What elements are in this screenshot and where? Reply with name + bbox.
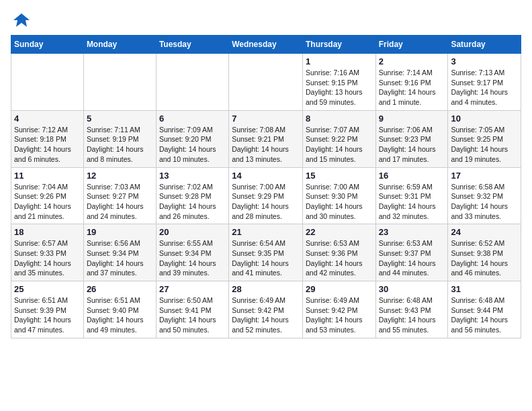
calendar-cell: 11Sunrise: 7:04 AM Sunset: 9:26 PM Dayli… xyxy=(11,167,84,224)
day-info: Sunrise: 6:57 AM Sunset: 9:33 PM Dayligh… xyxy=(14,238,81,278)
day-info: Sunrise: 6:53 AM Sunset: 9:37 PM Dayligh… xyxy=(379,238,445,278)
calendar-cell: 4Sunrise: 7:12 AM Sunset: 9:18 PM Daylig… xyxy=(11,110,84,167)
calendar-cell: 3Sunrise: 7:13 AM Sunset: 9:17 PM Daylig… xyxy=(448,54,521,111)
day-number: 16 xyxy=(379,171,445,181)
day-info: Sunrise: 6:56 AM Sunset: 9:34 PM Dayligh… xyxy=(87,238,153,278)
column-header-tuesday: Tuesday xyxy=(156,36,228,54)
calendar-cell: 1Sunrise: 7:16 AM Sunset: 9:15 PM Daylig… xyxy=(302,54,375,111)
column-header-wednesday: Wednesday xyxy=(229,36,303,54)
calendar-cell: 21Sunrise: 6:54 AM Sunset: 9:35 PM Dayli… xyxy=(229,224,303,281)
day-info: Sunrise: 6:49 AM Sunset: 9:42 PM Dayligh… xyxy=(232,295,300,335)
day-number: 28 xyxy=(232,284,300,294)
calendar-cell: 18Sunrise: 6:57 AM Sunset: 9:33 PM Dayli… xyxy=(11,224,84,281)
day-number: 5 xyxy=(87,113,153,124)
calendar-cell: 2Sunrise: 7:14 AM Sunset: 9:16 PM Daylig… xyxy=(375,54,448,111)
calendar-cell: 17Sunrise: 6:58 AM Sunset: 9:32 PM Dayli… xyxy=(448,167,521,224)
logo-bird-icon xyxy=(12,11,31,30)
week-row-3: 11Sunrise: 7:04 AM Sunset: 9:26 PM Dayli… xyxy=(11,167,521,224)
day-info: Sunrise: 7:08 AM Sunset: 9:21 PM Dayligh… xyxy=(232,125,300,165)
day-info: Sunrise: 7:03 AM Sunset: 9:27 PM Dayligh… xyxy=(87,182,153,222)
day-info: Sunrise: 6:55 AM Sunset: 9:34 PM Dayligh… xyxy=(159,238,226,278)
svg-marker-0 xyxy=(13,13,30,27)
calendar-cell: 9Sunrise: 7:06 AM Sunset: 9:23 PM Daylig… xyxy=(375,110,448,167)
day-info: Sunrise: 6:48 AM Sunset: 9:44 PM Dayligh… xyxy=(451,295,518,335)
day-number: 22 xyxy=(306,227,373,237)
day-number: 18 xyxy=(14,227,81,237)
week-row-2: 4Sunrise: 7:12 AM Sunset: 9:18 PM Daylig… xyxy=(11,110,521,167)
column-header-monday: Monday xyxy=(83,36,156,54)
day-number: 21 xyxy=(232,227,300,237)
calendar-cell: 30Sunrise: 6:48 AM Sunset: 9:43 PM Dayli… xyxy=(375,281,448,338)
calendar-cell: 7Sunrise: 7:08 AM Sunset: 9:21 PM Daylig… xyxy=(229,110,303,167)
day-info: Sunrise: 7:06 AM Sunset: 9:23 PM Dayligh… xyxy=(379,125,445,165)
column-header-friday: Friday xyxy=(375,36,448,54)
day-number: 29 xyxy=(306,284,373,294)
day-number: 30 xyxy=(379,284,445,294)
day-info: Sunrise: 7:09 AM Sunset: 9:20 PM Dayligh… xyxy=(159,125,226,165)
calendar-cell xyxy=(156,54,228,111)
column-header-saturday: Saturday xyxy=(448,36,521,54)
calendar-cell: 22Sunrise: 6:53 AM Sunset: 9:36 PM Dayli… xyxy=(302,224,375,281)
day-info: Sunrise: 7:05 AM Sunset: 9:25 PM Dayligh… xyxy=(451,125,518,165)
day-number: 13 xyxy=(159,171,226,181)
day-info: Sunrise: 7:12 AM Sunset: 9:18 PM Dayligh… xyxy=(14,125,81,165)
day-number: 6 xyxy=(159,113,226,124)
day-info: Sunrise: 6:52 AM Sunset: 9:38 PM Dayligh… xyxy=(451,238,518,278)
calendar-cell: 16Sunrise: 6:59 AM Sunset: 9:31 PM Dayli… xyxy=(375,167,448,224)
day-info: Sunrise: 7:04 AM Sunset: 9:26 PM Dayligh… xyxy=(14,182,81,222)
day-number: 20 xyxy=(159,227,226,237)
day-info: Sunrise: 6:49 AM Sunset: 9:42 PM Dayligh… xyxy=(306,295,373,335)
day-info: Sunrise: 7:16 AM Sunset: 9:15 PM Dayligh… xyxy=(306,68,373,107)
day-number: 12 xyxy=(87,171,153,181)
day-info: Sunrise: 7:14 AM Sunset: 9:16 PM Dayligh… xyxy=(379,68,445,107)
day-info: Sunrise: 7:00 AM Sunset: 9:30 PM Dayligh… xyxy=(306,182,373,222)
day-number: 10 xyxy=(451,113,518,124)
calendar-cell: 19Sunrise: 6:56 AM Sunset: 9:34 PM Dayli… xyxy=(83,224,156,281)
day-number: 4 xyxy=(14,113,81,124)
calendar-cell: 24Sunrise: 6:52 AM Sunset: 9:38 PM Dayli… xyxy=(448,224,521,281)
day-number: 23 xyxy=(379,227,445,237)
calendar-cell: 27Sunrise: 6:50 AM Sunset: 9:41 PM Dayli… xyxy=(156,281,228,338)
week-row-4: 18Sunrise: 6:57 AM Sunset: 9:33 PM Dayli… xyxy=(11,224,521,281)
day-number: 24 xyxy=(451,227,518,237)
day-info: Sunrise: 7:07 AM Sunset: 9:22 PM Dayligh… xyxy=(306,125,373,165)
page-header xyxy=(11,11,521,30)
calendar-cell: 13Sunrise: 7:02 AM Sunset: 9:28 PM Dayli… xyxy=(156,167,228,224)
day-info: Sunrise: 6:48 AM Sunset: 9:43 PM Dayligh… xyxy=(379,295,445,335)
day-number: 17 xyxy=(451,171,518,181)
calendar-table: SundayMondayTuesdayWednesdayThursdayFrid… xyxy=(11,35,521,338)
day-info: Sunrise: 7:13 AM Sunset: 9:17 PM Dayligh… xyxy=(451,68,518,107)
day-info: Sunrise: 7:11 AM Sunset: 9:19 PM Dayligh… xyxy=(87,125,153,165)
day-number: 2 xyxy=(379,56,445,66)
calendar-cell xyxy=(229,54,303,111)
calendar-cell: 20Sunrise: 6:55 AM Sunset: 9:34 PM Dayli… xyxy=(156,224,228,281)
calendar-cell xyxy=(11,54,84,111)
calendar-cell xyxy=(83,54,156,111)
calendar-cell: 10Sunrise: 7:05 AM Sunset: 9:25 PM Dayli… xyxy=(448,110,521,167)
calendar-cell: 15Sunrise: 7:00 AM Sunset: 9:30 PM Dayli… xyxy=(302,167,375,224)
day-info: Sunrise: 7:02 AM Sunset: 9:28 PM Dayligh… xyxy=(159,182,226,222)
calendar-cell: 14Sunrise: 7:00 AM Sunset: 9:29 PM Dayli… xyxy=(229,167,303,224)
day-number: 9 xyxy=(379,113,445,124)
day-info: Sunrise: 6:50 AM Sunset: 9:41 PM Dayligh… xyxy=(159,295,226,335)
day-number: 27 xyxy=(159,284,226,294)
day-number: 7 xyxy=(232,113,300,124)
day-number: 26 xyxy=(87,284,153,294)
day-number: 15 xyxy=(306,171,373,181)
day-info: Sunrise: 6:51 AM Sunset: 9:40 PM Dayligh… xyxy=(87,295,153,335)
day-info: Sunrise: 6:58 AM Sunset: 9:32 PM Dayligh… xyxy=(451,182,518,222)
calendar-body: 1Sunrise: 7:16 AM Sunset: 9:15 PM Daylig… xyxy=(11,54,521,338)
day-info: Sunrise: 6:54 AM Sunset: 9:35 PM Dayligh… xyxy=(232,238,300,278)
calendar-cell: 25Sunrise: 6:51 AM Sunset: 9:39 PM Dayli… xyxy=(11,281,84,338)
day-info: Sunrise: 6:59 AM Sunset: 9:31 PM Dayligh… xyxy=(379,182,445,222)
calendar-cell: 5Sunrise: 7:11 AM Sunset: 9:19 PM Daylig… xyxy=(83,110,156,167)
calendar-cell: 6Sunrise: 7:09 AM Sunset: 9:20 PM Daylig… xyxy=(156,110,228,167)
day-number: 11 xyxy=(14,171,81,181)
calendar-cell: 29Sunrise: 6:49 AM Sunset: 9:42 PM Dayli… xyxy=(302,281,375,338)
day-number: 25 xyxy=(14,284,81,294)
day-number: 19 xyxy=(87,227,153,237)
day-number: 31 xyxy=(451,284,518,294)
day-info: Sunrise: 6:53 AM Sunset: 9:36 PM Dayligh… xyxy=(306,238,373,278)
column-header-sunday: Sunday xyxy=(11,36,84,54)
column-header-thursday: Thursday xyxy=(302,36,375,54)
